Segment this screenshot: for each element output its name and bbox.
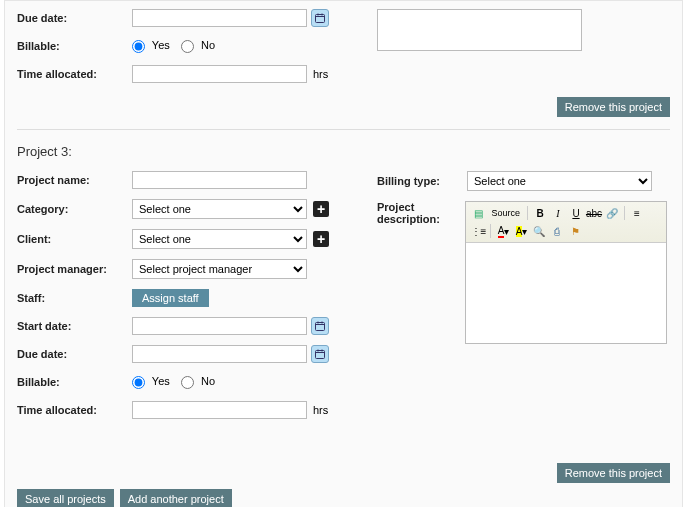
project-name-input[interactable] [132,171,307,189]
assign-staff-button[interactable]: Assign staff [132,289,209,307]
numbered-list-icon[interactable]: ≡ [629,205,645,221]
start-date-input[interactable] [132,317,307,335]
source-button[interactable]: Source [488,205,523,221]
save-all-button[interactable]: Save all projects [17,489,114,507]
start-date-label: Start date: [17,320,132,332]
calendar-icon[interactable] [311,345,329,363]
billable-radio-group: Yes No [132,39,215,53]
project-3-section: Project 3: Project name: Category: Selec… [17,136,670,489]
billable-label: Billable: [17,376,132,388]
bullet-list-icon[interactable]: ⋮≡ [470,223,486,239]
due-date-input[interactable] [132,345,307,363]
billable-yes-radio[interactable] [132,40,145,53]
time-alloc-input[interactable] [132,401,307,419]
billable-no-radio[interactable] [181,376,194,389]
due-date-label: Due date: [17,12,132,24]
print-icon[interactable]: ⎙ [549,223,565,239]
calendar-icon[interactable] [311,9,329,27]
billable-yes-label: Yes [152,375,170,387]
billable-yes-label: Yes [152,39,170,51]
description-box-fragment[interactable] [377,9,582,51]
billable-yes-radio[interactable] [132,376,145,389]
project-3-title: Project 3: [17,136,670,171]
divider [17,129,670,130]
separator-icon [490,224,491,238]
add-another-button[interactable]: Add another project [120,489,232,507]
rte-toolbar: ▤ Source B I U abc 🔗 ≡ ⋮≡ A▾ [466,202,666,243]
bg-color-icon[interactable]: A▾ [513,223,529,239]
billable-no-label: No [201,39,215,51]
due-date-label: Due date: [17,348,132,360]
time-alloc-input[interactable] [132,65,307,83]
time-alloc-label: Time allocated: [17,404,132,416]
separator-icon [624,206,625,220]
category-select[interactable]: Select one [132,199,307,219]
hrs-unit: hrs [313,404,328,416]
svg-rect-4 [316,323,325,331]
pm-label: Project manager: [17,263,132,275]
billable-no-radio[interactable] [181,40,194,53]
italic-icon[interactable]: I [550,205,566,221]
client-label: Client: [17,233,132,245]
client-select[interactable]: Select one [132,229,307,249]
staff-label: Staff: [17,292,132,304]
time-alloc-label: Time allocated: [17,68,132,80]
svg-rect-8 [316,351,325,359]
description-label: Project description: [377,201,465,225]
billing-type-label: Billing type: [377,175,467,187]
separator-icon [527,206,528,220]
due-date-input[interactable] [132,9,307,27]
remove-project-button[interactable]: Remove this project [557,97,670,117]
project-name-label: Project name: [17,174,132,186]
templates-icon[interactable]: ▤ [470,205,486,221]
remove-project-button[interactable]: Remove this project [557,463,670,483]
svg-rect-0 [316,15,325,23]
pm-select[interactable]: Select project manager [132,259,307,279]
rte-editor: ▤ Source B I U abc 🔗 ≡ ⋮≡ A▾ [465,201,667,344]
hrs-unit: hrs [313,68,328,80]
billable-label: Billable: [17,40,132,52]
category-label: Category: [17,203,132,215]
billable-no-label: No [201,375,215,387]
rte-body[interactable] [466,243,666,343]
link-icon[interactable]: 🔗 [604,205,620,221]
plus-icon[interactable]: + [313,231,329,247]
flag-icon[interactable]: ⚑ [567,223,583,239]
find-icon[interactable]: 🔍 [531,223,547,239]
bold-icon[interactable]: B [532,205,548,221]
project-prev-fragment: Due date: Billable: Yes No Time allocate… [4,0,683,507]
billable-radio-group: Yes No [132,375,215,389]
billing-type-select[interactable]: Select one [467,171,652,191]
plus-icon[interactable]: + [313,201,329,217]
strike-icon[interactable]: abc [586,205,602,221]
text-color-icon[interactable]: A▾ [495,223,511,239]
calendar-icon[interactable] [311,317,329,335]
underline-icon[interactable]: U [568,205,584,221]
